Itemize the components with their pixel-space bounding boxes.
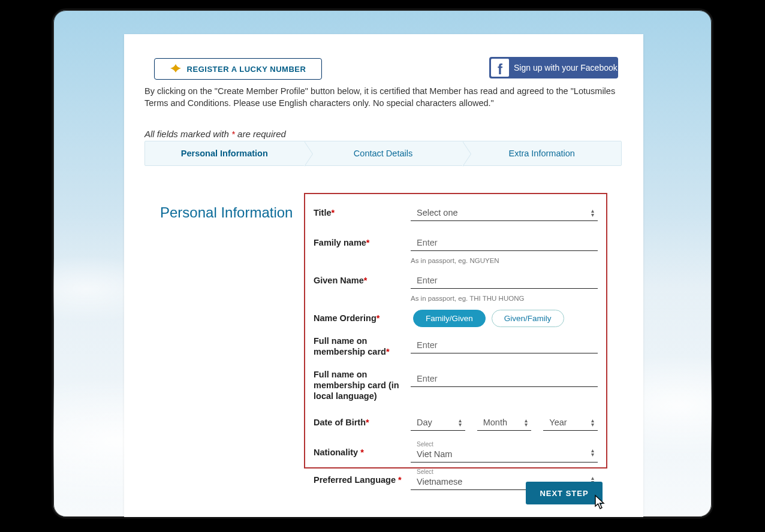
form-highlight-box: Title* ▴▾ Family name* As in passport, e… <box>304 193 607 468</box>
content-card: REGISTER A LUCKY NUMBER f Sign up with y… <box>124 34 643 519</box>
name-ordering-label: Name Ordering* <box>314 313 411 323</box>
full-name-card-local-label: Full name on membership card (in local l… <box>314 369 411 401</box>
step-contact-details[interactable]: Contact Details <box>304 141 463 165</box>
nationality-select[interactable] <box>411 442 598 463</box>
section-title: Personal Information <box>160 204 293 221</box>
register-lucky-number-button[interactable]: REGISTER A LUCKY NUMBER <box>154 58 322 80</box>
top-row: REGISTER A LUCKY NUMBER f Sign up with y… <box>124 34 643 77</box>
step-personal-information[interactable]: Personal Information <box>145 141 304 165</box>
family-name-hint: As in passport, eg. NGUYEN <box>411 257 598 264</box>
next-step-button[interactable]: NEXT STEP <box>526 482 603 504</box>
facebook-signup-button[interactable]: f Sign up with your Facebook <box>489 57 618 78</box>
language-label: Preferred Language * <box>314 475 411 485</box>
nationality-tiny-label: Select <box>417 441 433 448</box>
dob-label: Date of Birth* <box>314 418 411 427</box>
name-ordering-family-given[interactable]: Family/Given <box>413 310 486 327</box>
title-select[interactable] <box>411 204 598 221</box>
full-name-card-input[interactable] <box>411 337 598 353</box>
name-ordering-given-family[interactable]: Given/Family <box>492 310 564 327</box>
given-name-input[interactable] <box>411 272 598 289</box>
title-label: Title* <box>314 208 411 217</box>
language-tiny-label: Select <box>417 468 433 475</box>
device-frame: REGISTER A LUCKY NUMBER f Sign up with y… <box>52 8 713 519</box>
nationality-label: Nationality * <box>314 448 411 457</box>
family-name-input[interactable] <box>411 234 598 251</box>
dob-day-select[interactable] <box>411 414 465 431</box>
step-extra-information[interactable]: Extra Information <box>462 141 621 165</box>
form-inner: Title* ▴▾ Family name* As in passport, e… <box>305 194 606 467</box>
lucky-number-label: REGISTER A LUCKY NUMBER <box>187 65 306 74</box>
terms-text: By clicking on the "Create Member Profil… <box>144 86 623 109</box>
dob-month-select[interactable] <box>477 414 532 431</box>
facebook-icon: f <box>491 59 509 77</box>
facebook-label: Sign up with your Facebook <box>514 63 618 72</box>
family-name-label: Family name* <box>314 238 411 247</box>
given-name-label: Given Name* <box>314 276 411 285</box>
stepper: Personal Information Contact Details Ext… <box>144 141 622 166</box>
full-name-card-local-input[interactable] <box>411 370 598 387</box>
required-note: All fields marked with * are required <box>144 129 286 139</box>
lotus-icon <box>170 64 181 74</box>
dob-year-select[interactable] <box>543 414 598 431</box>
given-name-hint: As in passport, eg. THI THU HUONG <box>411 295 598 302</box>
full-name-card-label: Full name on membership card* <box>314 335 411 357</box>
